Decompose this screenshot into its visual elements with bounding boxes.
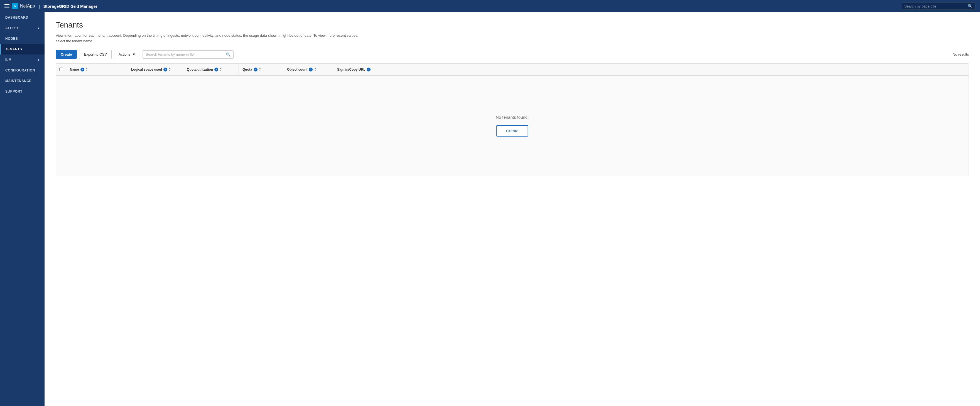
table-body: No tenants found. Create — [56, 76, 969, 176]
empty-text: No tenants found. — [496, 115, 529, 120]
sidebar-item-support[interactable]: SUPPORT — [0, 86, 45, 97]
main-content: Tenants View information for each tenant… — [45, 12, 980, 406]
export-csv-button[interactable]: Export to CSV — [79, 50, 111, 59]
quota-help-icon[interactable]: ? — [254, 68, 258, 71]
topnav: N NetApp | StorageGRID Grid Manager 🔍 — [0, 0, 980, 12]
col-sign-in-url: Sign in/Copy URL ? — [333, 64, 969, 75]
page-description: View information for each tenant account… — [56, 33, 362, 44]
alerts-chevron-icon: ▼ — [37, 27, 40, 30]
table-header: Name ? ▲▼ Logical space used ? ▲▼ — [56, 64, 969, 76]
sidebar-item-nodes[interactable]: NODES — [0, 33, 45, 44]
page-search-icon: 🔍 — [968, 4, 972, 8]
logical-space-help-icon[interactable]: ? — [164, 68, 167, 71]
ilm-chevron-icon: ▼ — [37, 59, 40, 62]
no-results-label: No results — [953, 52, 969, 56]
create-button[interactable]: Create — [56, 50, 77, 59]
sidebar-item-maintenance[interactable]: MAINTENANCE — [0, 76, 45, 86]
sidebar-item-ilm[interactable]: ILM ▼ — [0, 54, 45, 65]
quota-util-sort[interactable]: ▲▼ — [220, 67, 222, 72]
toolbar: Create Export to CSV Actions ▼ 🔍 No resu… — [56, 50, 969, 59]
app-title: StorageGRID Grid Manager — [43, 4, 97, 9]
col-name: Name ? ▲▼ — [66, 64, 127, 75]
page-search-input[interactable] — [904, 4, 966, 8]
col-quota: Quota ? ▲▼ — [239, 64, 283, 75]
empty-state: No tenants found. Create — [479, 98, 546, 153]
col-quota-util: Quota utilization ? ▲▼ — [183, 64, 239, 75]
quota-util-help-icon[interactable]: ? — [215, 68, 218, 71]
tenants-table: Name ? ▲▼ Logical space used ? ▲▼ — [56, 63, 969, 176]
name-sort[interactable]: ▲▼ — [86, 67, 88, 72]
sign-in-url-help-icon[interactable]: ? — [367, 68, 371, 71]
sidebar-item-alerts[interactable]: ALERTS ▼ — [0, 23, 45, 33]
sidebar-item-configuration[interactable]: CONFIGURATION — [0, 65, 45, 76]
sidebar: DASHBOARD ALERTS ▼ NODES TENANTS ILM ▼ C… — [0, 12, 45, 406]
nav-divider: | — [39, 4, 40, 9]
logical-space-sort[interactable]: ▲▼ — [169, 67, 171, 72]
sidebar-item-tenants[interactable]: TENANTS — [0, 44, 45, 54]
object-count-help-icon[interactable]: ? — [309, 68, 313, 71]
col-logical-space: Logical space used ? ▲▼ — [127, 64, 183, 75]
col-object-count: Object count ? ▲▼ — [283, 64, 333, 75]
create-empty-button[interactable]: Create — [496, 125, 528, 136]
netapp-logo: N NetApp — [12, 3, 35, 9]
tenant-search-box[interactable]: 🔍 — [143, 50, 234, 59]
quota-sort[interactable]: ▲▼ — [259, 67, 261, 72]
select-all-checkbox[interactable] — [56, 64, 66, 75]
logo-icon: N — [12, 3, 18, 9]
page-search-box[interactable]: 🔍 — [901, 3, 975, 10]
actions-button[interactable]: Actions ▼ — [114, 50, 141, 59]
page-title: Tenants — [56, 21, 969, 30]
actions-chevron-icon: ▼ — [132, 52, 135, 56]
tenant-search-input[interactable] — [146, 52, 224, 56]
sidebar-item-dashboard[interactable]: DASHBOARD — [0, 12, 45, 23]
menu-button[interactable] — [5, 4, 10, 8]
name-help-icon[interactable]: ? — [80, 68, 84, 71]
logo-text: NetApp — [20, 4, 35, 9]
tenant-search-icon: 🔍 — [226, 52, 231, 57]
object-count-sort[interactable]: ▲▼ — [314, 67, 316, 72]
